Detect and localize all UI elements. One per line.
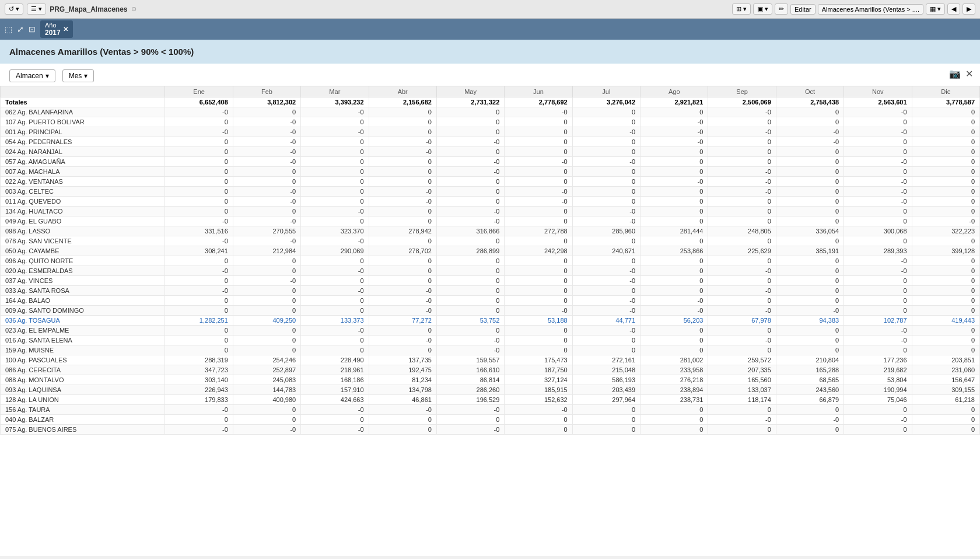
data-cell: 6,652,408 bbox=[165, 97, 233, 107]
filter-close-icon[interactable]: ✕ bbox=[63, 26, 68, 33]
data-cell: -0 bbox=[640, 127, 708, 137]
data-cell: 118,174 bbox=[708, 395, 776, 405]
data-cell: 179,833 bbox=[165, 395, 233, 405]
app-icon: ⊙ bbox=[131, 5, 136, 13]
col-header-name bbox=[1, 86, 165, 97]
data-cell: 0 bbox=[369, 326, 436, 336]
list-btn[interactable]: ☰ ▾ bbox=[27, 4, 46, 15]
row-name-cell: 088 Ag. MONTALVO bbox=[1, 375, 165, 385]
data-cell: -0 bbox=[301, 425, 369, 435]
data-cell: -0 bbox=[912, 216, 979, 226]
dropdowns-row: Almacen ▾ Mes ▾ bbox=[0, 64, 980, 86]
data-cell: 165,288 bbox=[776, 365, 844, 375]
col-header-may: May bbox=[436, 86, 504, 97]
data-cell: 303,140 bbox=[165, 375, 233, 385]
data-cell: -0 bbox=[165, 286, 233, 296]
data-cell: 242,298 bbox=[505, 246, 572, 256]
row-name-cell: 134 Ag. HUALTACO bbox=[1, 207, 165, 216]
table-row: 096 Ag. QUITO NORTE0000000000-00 bbox=[1, 256, 980, 266]
pencil-btn[interactable]: ✏ bbox=[775, 4, 788, 15]
data-cell: 0 bbox=[912, 107, 979, 117]
layout-btn[interactable]: ▣ ▾ bbox=[753, 4, 772, 15]
data-cell: 286,899 bbox=[436, 246, 504, 256]
close-content-btn[interactable]: ✕ bbox=[965, 68, 973, 79]
data-cell: -0 bbox=[776, 306, 844, 316]
data-cell: 0 bbox=[912, 425, 979, 435]
data-cell: 0 bbox=[165, 147, 233, 157]
data-cell: 0 bbox=[505, 425, 572, 435]
data-cell: 2,731,322 bbox=[436, 97, 504, 107]
data-cell: -0 bbox=[369, 336, 436, 345]
data-cell: 0 bbox=[572, 286, 640, 296]
data-cell: -0 bbox=[233, 236, 300, 246]
page-title-bar: Almacenes Amarillos (Ventas > 90% < 100%… bbox=[0, 40, 980, 64]
data-cell: 0 bbox=[233, 266, 300, 276]
data-cell: -0 bbox=[301, 405, 369, 415]
data-cell: 2,778,692 bbox=[505, 97, 572, 107]
table-row: 159 Ag. MUISNE0000-00000000 bbox=[1, 345, 980, 355]
data-cell: 0 bbox=[505, 216, 572, 226]
data-cell: 276,218 bbox=[640, 375, 708, 385]
data-cell: 0 bbox=[165, 177, 233, 187]
col-header-nov: Nov bbox=[844, 86, 912, 97]
breadcrumb-btn[interactable]: Almacenes Amarillos (Ventas > .... bbox=[818, 4, 923, 15]
table-view-btn[interactable]: ▦ ▾ bbox=[926, 4, 945, 15]
data-cell: -0 bbox=[233, 137, 300, 147]
data-cell: 0 bbox=[301, 216, 369, 226]
camera-btn[interactable]: 📷 bbox=[949, 68, 961, 79]
data-cell: 0 bbox=[436, 296, 504, 306]
data-cell: 152,632 bbox=[505, 395, 572, 405]
fit-icon: ⊡ bbox=[29, 25, 36, 34]
data-cell: 203,851 bbox=[912, 355, 979, 365]
nav-back-btn[interactable]: ◀ bbox=[947, 4, 960, 15]
data-cell: -0 bbox=[708, 107, 776, 117]
data-cell: 0 bbox=[369, 256, 436, 266]
row-name-cell: 022 Ag. VENTANAS bbox=[1, 177, 165, 187]
data-cell: -0 bbox=[165, 405, 233, 415]
data-table-container[interactable]: Ene Feb Mar Abr May Jun Jul Ago Sep Oct … bbox=[0, 86, 980, 435]
data-cell: 219,682 bbox=[844, 365, 912, 375]
data-cell: 0 bbox=[776, 187, 844, 197]
data-cell: -0 bbox=[776, 137, 844, 147]
data-cell: 0 bbox=[844, 216, 912, 226]
table-row: 164 Ag. BALAO000-000-0-00000 bbox=[1, 296, 980, 306]
data-cell: -0 bbox=[301, 326, 369, 336]
data-cell: 175,473 bbox=[505, 355, 572, 365]
data-cell: 0 bbox=[708, 147, 776, 157]
mes-dropdown[interactable]: Mes ▾ bbox=[62, 69, 94, 82]
table-row: 128 Ag. LA UNION179,833400,980424,66346,… bbox=[1, 395, 980, 405]
data-cell: -0 bbox=[708, 187, 776, 197]
data-cell: 225,629 bbox=[708, 246, 776, 256]
data-cell: 0 bbox=[572, 336, 640, 345]
data-cell: 0 bbox=[233, 256, 300, 266]
data-cell: -0 bbox=[369, 306, 436, 316]
data-cell: 53,188 bbox=[505, 316, 572, 326]
data-cell: 0 bbox=[301, 256, 369, 266]
data-cell: -0 bbox=[505, 187, 572, 197]
data-cell: 159,557 bbox=[436, 355, 504, 365]
data-cell: 0 bbox=[369, 207, 436, 216]
data-cell: 0 bbox=[572, 177, 640, 187]
data-cell: 0 bbox=[776, 345, 844, 355]
circle-arrow-btn[interactable]: ↺ ▾ bbox=[5, 4, 23, 15]
data-cell: 0 bbox=[233, 415, 300, 425]
display-btn[interactable]: ⊞ ▾ bbox=[732, 4, 751, 15]
data-cell: 0 bbox=[776, 167, 844, 177]
data-cell: 77,272 bbox=[369, 316, 436, 326]
data-cell: 253,866 bbox=[640, 246, 708, 256]
data-cell: -0 bbox=[572, 207, 640, 216]
data-cell: 0 bbox=[505, 336, 572, 345]
data-cell: 0 bbox=[233, 345, 300, 355]
nav-forward-btn[interactable]: ▶ bbox=[963, 4, 975, 15]
data-cell: 94,383 bbox=[776, 316, 844, 326]
data-cell: 0 bbox=[912, 147, 979, 157]
filter-tag[interactable]: Año 2017 ✕ bbox=[40, 20, 73, 38]
data-cell: -0 bbox=[640, 117, 708, 127]
edit-btn[interactable]: Editar bbox=[790, 4, 816, 15]
data-cell: 0 bbox=[912, 286, 979, 296]
table-row: 007 Ag. MACHALA0000-0000-0000 bbox=[1, 167, 980, 177]
almacen-dropdown[interactable]: Almacen ▾ bbox=[9, 69, 55, 82]
data-cell: 0 bbox=[233, 207, 300, 216]
data-cell: -0 bbox=[233, 276, 300, 286]
table-row: 062 Ag. BALANFARINA-00-000-000-00-00 bbox=[1, 107, 980, 117]
